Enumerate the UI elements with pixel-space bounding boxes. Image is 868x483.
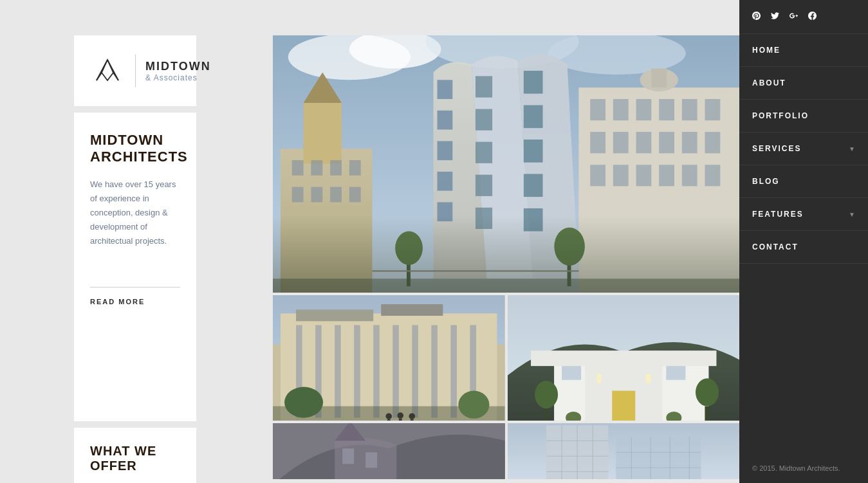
- svg-rect-35: [651, 68, 667, 87]
- twitter-icon[interactable]: [771, 12, 779, 22]
- logo-icon: [90, 55, 125, 87]
- svg-rect-14: [292, 187, 304, 203]
- left-sidebar: MIDTOWN & Associates MIDTOWN ARCHITECTS …: [0, 0, 270, 483]
- svg-rect-66: [335, 325, 341, 417]
- svg-rect-10: [292, 160, 304, 176]
- svg-rect-13: [349, 160, 361, 176]
- svg-rect-23: [476, 76, 492, 97]
- svg-rect-93: [646, 374, 651, 383]
- svg-rect-75: [381, 304, 443, 316]
- svg-rect-22: [438, 202, 453, 221]
- logo-panel: MIDTOWN & Associates: [74, 35, 196, 106]
- svg-point-79: [385, 413, 392, 419]
- svg-rect-97: [705, 406, 709, 421]
- features-arrow-icon: ▼: [849, 211, 855, 218]
- nav-label-home: HOME: [752, 46, 780, 55]
- info-panel: MIDTOWN ARCHITECTS We have over 15 years…: [74, 113, 196, 421]
- svg-rect-50: [636, 165, 652, 186]
- svg-rect-52: [682, 165, 697, 186]
- svg-rect-16: [330, 187, 342, 203]
- middle-image-right: [508, 295, 740, 421]
- what-we-offer-panel: WHAT WE OFFER: [74, 428, 196, 483]
- svg-rect-24: [476, 109, 492, 130]
- middle-image-left: [273, 295, 505, 421]
- svg-rect-44: [636, 132, 652, 153]
- svg-rect-102: [365, 452, 377, 468]
- svg-rect-45: [659, 132, 674, 153]
- svg-rect-53: [705, 165, 721, 186]
- info-heading: MIDTOWN ARCHITECTS: [90, 132, 180, 166]
- svg-rect-51: [659, 165, 674, 186]
- nav-item-about[interactable]: ABOUT: [739, 67, 868, 100]
- hero-image: [273, 35, 739, 293]
- svg-rect-18: [438, 80, 453, 99]
- services-arrow-icon: ▼: [849, 145, 855, 152]
- svg-rect-30: [524, 140, 543, 163]
- svg-rect-15: [311, 187, 322, 203]
- svg-rect-74: [296, 309, 373, 321]
- nav-label-portfolio: PORTFOLIO: [752, 111, 809, 120]
- svg-rect-38: [636, 99, 652, 120]
- svg-rect-27: [476, 208, 492, 229]
- svg-rect-90: [562, 366, 581, 380]
- svg-point-96: [696, 378, 719, 406]
- nav-item-portfolio[interactable]: PORTFOLIO: [739, 100, 868, 132]
- svg-point-77: [284, 387, 323, 418]
- svg-rect-17: [349, 187, 361, 203]
- svg-rect-105: [616, 437, 701, 479]
- svg-rect-42: [590, 132, 605, 153]
- main-content: [270, 0, 739, 483]
- svg-rect-54: [273, 278, 739, 293]
- svg-line-0: [102, 60, 107, 73]
- svg-rect-47: [705, 132, 721, 153]
- svg-rect-91: [666, 366, 685, 380]
- svg-rect-67: [354, 325, 360, 417]
- svg-rect-92: [596, 374, 601, 383]
- bottom-image-right: [508, 423, 740, 479]
- nav-item-contact[interactable]: CONTACT: [739, 231, 868, 264]
- nav-items: HOME ABOUT PORTFOLIO SERVICES ▼ BLOG FEA…: [739, 34, 868, 453]
- bottom-image-left: [273, 423, 505, 479]
- svg-rect-84: [411, 419, 414, 421]
- main-top-image: [273, 35, 739, 293]
- facebook-icon[interactable]: [808, 12, 817, 22]
- svg-rect-72: [450, 325, 457, 417]
- svg-line-1: [107, 60, 113, 73]
- svg-rect-82: [399, 419, 402, 421]
- svg-rect-41: [705, 99, 721, 120]
- svg-rect-71: [431, 325, 438, 417]
- nav-label-blog: BLOG: [752, 177, 780, 186]
- nav-label-services: SERVICES: [752, 144, 801, 153]
- pinterest-icon[interactable]: [752, 12, 761, 22]
- read-more-link[interactable]: READ MORE: [90, 298, 145, 305]
- svg-point-78: [458, 391, 489, 419]
- svg-rect-21: [438, 172, 453, 191]
- svg-point-58: [554, 228, 585, 266]
- nav-item-features[interactable]: FEATURES ▼: [739, 198, 868, 231]
- logo-subtitle: & Associates: [145, 73, 211, 82]
- svg-rect-70: [412, 325, 418, 417]
- svg-rect-68: [373, 325, 380, 417]
- svg-rect-69: [392, 325, 399, 417]
- logo-divider: [135, 55, 136, 87]
- svg-rect-26: [476, 175, 492, 196]
- nav-item-home[interactable]: HOME: [739, 34, 868, 67]
- svg-point-56: [395, 232, 423, 265]
- nav-label-features: FEATURES: [752, 210, 804, 219]
- nav-item-blog[interactable]: BLOG: [739, 165, 868, 198]
- svg-rect-29: [524, 105, 543, 128]
- nav-item-services[interactable]: SERVICES ▼: [739, 132, 868, 165]
- svg-point-94: [535, 381, 558, 408]
- svg-rect-80: [387, 419, 391, 421]
- logo-text-block: MIDTOWN & Associates: [145, 60, 211, 82]
- bottom-images-row: [273, 423, 739, 479]
- svg-rect-19: [438, 111, 453, 130]
- google-plus-icon[interactable]: [790, 12, 798, 22]
- svg-rect-40: [682, 99, 697, 120]
- what-we-offer-heading: WHAT WE OFFER: [90, 444, 180, 473]
- svg-rect-49: [613, 165, 629, 186]
- svg-rect-31: [524, 174, 543, 197]
- svg-rect-25: [476, 142, 492, 163]
- svg-rect-32: [524, 208, 543, 232]
- svg-rect-101: [342, 448, 354, 464]
